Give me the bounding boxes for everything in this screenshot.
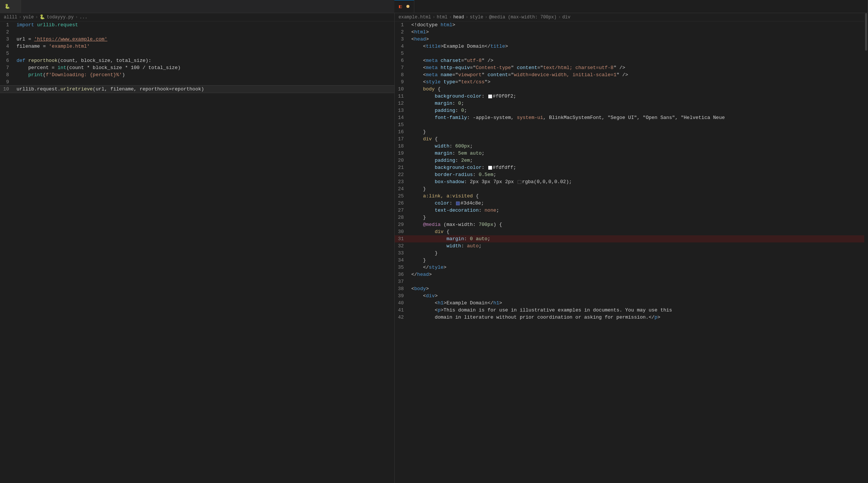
token: " — [616, 72, 619, 78]
code-line: 39 <div> — [395, 292, 868, 299]
token: > — [499, 300, 502, 306]
token — [411, 72, 423, 78]
right-code-area[interactable]: 1<!doctype html>2<html>3<head>4 <title>E… — [395, 21, 868, 483]
line-content: url = 'https://www.example.com' — [15, 36, 394, 43]
token: < — [423, 79, 426, 85]
tab-example-html[interactable]: ◧ — [394, 0, 414, 13]
line-number: 20 — [395, 157, 410, 164]
breadcrumb-yule: yule — [23, 15, 34, 20]
token: : — [482, 165, 488, 170]
token — [411, 65, 423, 71]
line-number: 3 — [0, 36, 15, 43]
line-content: } — [410, 214, 868, 221]
code-line: 12 margin: 0; — [395, 100, 868, 107]
code-line: 42 domain in literature without prior co… — [395, 314, 868, 321]
token — [411, 108, 435, 113]
token: { — [432, 136, 438, 142]
breadcrumb-allll: allll — [4, 15, 17, 20]
token: : — [464, 236, 470, 242]
token: ; — [496, 208, 499, 213]
right-breadcrumb: example.html › html › head › style › @me… — [395, 13, 868, 21]
line-content — [15, 29, 394, 36]
line-number: 33 — [395, 250, 410, 257]
token: #fdfdff — [493, 165, 513, 170]
line-number: 18 — [395, 143, 410, 150]
code-line: 22 border-radius: 0.5em; — [395, 171, 868, 178]
token: name — [441, 72, 452, 78]
token: : — [449, 143, 455, 149]
line-number: 4 — [0, 43, 15, 50]
scrollbar-thumb[interactable] — [865, 13, 867, 51]
token — [411, 150, 435, 156]
token: content — [488, 72, 508, 78]
line-number: 9 — [0, 78, 15, 86]
token: font-family — [435, 115, 467, 120]
token: ( — [43, 72, 46, 78]
token: div — [435, 229, 443, 235]
code-line: 4filename = 'example.html' — [0, 43, 394, 50]
token: 5em auto — [458, 150, 482, 156]
title-bar: 🐍 ◧ — [0, 0, 868, 13]
token: , BlinkMacSystemFont, "Segoe UI", "Open … — [543, 115, 725, 120]
token: margin — [447, 236, 464, 242]
line-content: <div> — [410, 292, 868, 299]
token: 'example.html' — [49, 44, 90, 49]
line-number: 19 — [395, 150, 410, 157]
code-line: 23 box-shadow: 2px 3px 7px 2px rgba(0,0,… — [395, 178, 868, 185]
token — [411, 158, 435, 163]
token: </ — [649, 314, 655, 320]
token: < — [411, 36, 414, 42]
code-line: 5 — [395, 50, 868, 57]
line-content: margin: 5em auto; — [410, 150, 868, 157]
line-content: @media (max-width: 700px) { — [410, 221, 868, 228]
token: #f0f0f2 — [493, 93, 513, 99]
line-content — [410, 121, 868, 128]
python-file-icon: 🐍 — [5, 4, 10, 9]
token: http-equiv — [441, 65, 470, 71]
line-content: font-family: -apple-system, system-ui, B… — [410, 114, 868, 121]
token: viewport — [458, 72, 482, 78]
code-line: 1<!doctype html> — [395, 21, 868, 29]
code-line: 13 padding: 0; — [395, 107, 868, 114]
line-number: 4 — [395, 43, 410, 50]
token: ; — [481, 200, 484, 206]
tab-todayyy-py[interactable]: 🐍 — [0, 0, 21, 13]
token: =" — [455, 79, 461, 85]
line-content: } — [410, 128, 868, 135]
code-line: 24 } — [395, 185, 868, 193]
token: < — [411, 29, 414, 35]
token: <!doctype — [411, 22, 441, 28]
line-number: 8 — [0, 71, 15, 78]
token: padding — [435, 108, 455, 113]
left-code-area[interactable]: 1import urllib.request2 3url = 'https://… — [0, 21, 394, 483]
token: < — [411, 286, 414, 292]
token: (count * block_size * 100 / total_size) — [66, 65, 181, 71]
token: box-shadow — [435, 179, 464, 185]
right-scrollbar[interactable] — [864, 13, 868, 483]
line-content: <html> — [410, 29, 868, 36]
code-line: 8 <meta name="viewport" content="width=d… — [395, 71, 868, 78]
token: ; — [493, 172, 496, 178]
token — [411, 236, 447, 242]
code-line: 28 } — [395, 214, 868, 221]
token: } — [411, 186, 426, 192]
token: Content-type — [476, 65, 511, 71]
token — [411, 86, 423, 92]
code-line: 34 } — [395, 257, 868, 264]
line-content — [15, 50, 394, 57]
right-tab-header: ◧ — [394, 0, 868, 13]
color-swatch — [488, 95, 492, 98]
line-content: } — [410, 257, 868, 264]
token: div — [423, 136, 432, 142]
token: } — [411, 129, 426, 135]
token — [411, 143, 435, 149]
token — [411, 79, 423, 85]
line-content: } — [410, 250, 868, 257]
token: p — [438, 307, 441, 313]
token: =" — [537, 65, 543, 71]
code-line: 11 background-color: #f0f0f2; — [395, 93, 868, 100]
line-number: 29 — [395, 221, 410, 228]
token: meta — [426, 58, 438, 63]
code-line: 41 <p>This domain is for use in illustra… — [395, 307, 868, 314]
token: 600px — [455, 143, 470, 149]
